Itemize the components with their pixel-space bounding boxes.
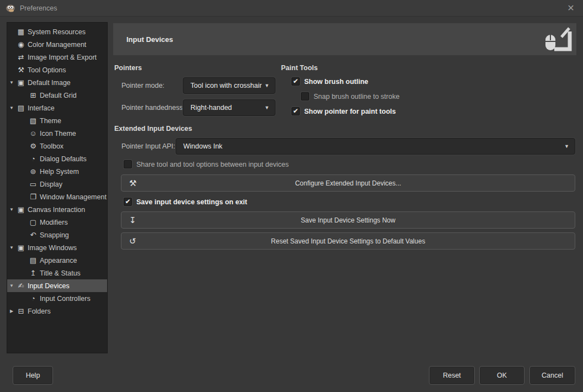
window-title: Preferences — [20, 4, 57, 12]
sidebar-item-image-import-export[interactable]: ⇄ Image Import & Export — [7, 51, 107, 63]
preferences-dialog: Preferences ✕ ▦ System Resources ◉ Color… — [0, 0, 583, 392]
pointer-input-api-select[interactable]: Windows Ink ▼ — [176, 138, 575, 155]
sidebar-item-default-image[interactable]: ▼ ▣ Default Image — [7, 76, 107, 89]
reset-saved-settings-button[interactable]: ↺ Reset Saved Input Device Settings to D… — [121, 232, 575, 250]
pointer-input-api-label: Pointer Input API: — [121, 142, 175, 150]
save-settings-on-exit-checkbox[interactable]: ✔ Save input device settings on exit — [124, 198, 247, 206]
sidebar-item-color-management[interactable]: ◉ Color Management — [7, 38, 107, 51]
sidebar-item-icon-theme[interactable]: ☺ Icon Theme — [7, 127, 107, 140]
input-devices-icon — [543, 26, 572, 52]
sidebar-item-input-controllers[interactable]: ◔ Input Controllers — [7, 292, 107, 305]
reset-icon: ↺ — [129, 236, 136, 246]
expander-icon[interactable]: ▼ — [7, 245, 16, 250]
reset-button[interactable]: Reset — [429, 366, 475, 385]
import-export-icon: ⇄ — [16, 53, 26, 61]
icon-theme-icon: ☺ — [28, 129, 38, 137]
sidebar-item-image-windows[interactable]: ▼ ▣ Image Windows — [7, 241, 107, 254]
pointers-section-title: Pointers — [114, 64, 142, 72]
interface-icon: ▤ — [16, 104, 26, 112]
page-title: Input Devices — [126, 35, 173, 44]
chevron-down-icon: ▼ — [264, 83, 269, 88]
sidebar-item-toolbox[interactable]: ⚙ Toolbox — [7, 140, 107, 152]
chevron-down-icon: ▼ — [564, 144, 569, 149]
sidebar-item-tool-options[interactable]: ⚒ Tool Options — [7, 63, 107, 76]
close-icon[interactable]: ✕ — [559, 0, 583, 17]
cancel-button[interactable]: Cancel — [529, 366, 575, 385]
preferences-tree: ▦ System Resources ◉ Color Management ⇄ … — [7, 22, 108, 353]
folders-icon: ⊟ — [16, 307, 26, 315]
page-header: Input Devices — [113, 23, 576, 55]
theme-icon: ▧ — [28, 116, 38, 125]
image-windows-icon: ▣ — [16, 243, 26, 252]
configure-tools-icon: ⚒ — [129, 178, 136, 188]
help-button[interactable]: Help — [13, 366, 53, 385]
expander-icon[interactable]: ▼ — [7, 283, 16, 288]
gimp-wilber-icon — [6, 4, 15, 13]
checkbox-box: ✔ — [124, 160, 132, 168]
appearance-icon: ▤ — [28, 256, 38, 264]
expander-icon[interactable]: ▼ — [7, 105, 16, 110]
checkbox-box: ✔ — [301, 92, 309, 100]
paint-tools-section-title: Paint Tools — [281, 64, 317, 72]
snap-brush-outline-checkbox[interactable]: ✔ Snap brush outline to stroke — [301, 92, 400, 100]
title-status-icon: ↥ — [28, 269, 38, 277]
modifiers-icon: ▢ — [28, 218, 38, 226]
sidebar-item-appearance[interactable]: ▤ Appearance — [7, 254, 107, 267]
sidebar-item-default-grid[interactable]: ⊞ Default Grid — [7, 89, 107, 102]
pointer-handedness-select[interactable]: Right-handed ▼ — [183, 99, 275, 116]
canvas-interaction-icon: ▣ — [16, 205, 26, 214]
toolbox-icon: ⚙ — [28, 142, 38, 150]
sidebar-item-snapping[interactable]: ↶ Snapping — [7, 229, 107, 241]
check-icon: ✔ — [125, 198, 130, 206]
grid-icon: ⊞ — [28, 91, 38, 99]
expander-icon[interactable]: ▼ — [7, 80, 16, 85]
window-management-icon: ❐ — [28, 193, 38, 201]
sidebar-item-window-management[interactable]: ❐ Window Management — [7, 190, 107, 203]
show-pointer-paint-tools-checkbox[interactable]: ✔ Show pointer for paint tools — [292, 107, 396, 115]
input-devices-page: Pointers Pointer mode: Tool icon with cr… — [113, 55, 576, 309]
default-image-icon: ▣ — [16, 78, 26, 87]
dialog-defaults-icon: ◔ — [28, 155, 38, 163]
sidebar-item-display[interactable]: ▭ Display — [7, 178, 107, 190]
input-controllers-icon: ◔ — [28, 294, 38, 303]
sidebar-item-interface[interactable]: ▼ ▤ Interface — [7, 102, 107, 114]
pointer-mode-select[interactable]: Tool icon with crosshair ▼ — [183, 77, 275, 94]
checkbox-box: ✔ — [124, 198, 132, 206]
pointer-handedness-label: Pointer handedness: — [121, 104, 185, 112]
expander-icon[interactable]: ▶ — [7, 309, 16, 314]
sidebar-item-input-devices[interactable]: ▼ ✍ Input Devices — [7, 279, 107, 292]
color-management-icon: ◉ — [16, 40, 26, 49]
checkbox-box: ✔ — [292, 77, 300, 86]
sidebar-item-modifiers[interactable]: ▢ Modifiers — [7, 216, 107, 229]
expander-icon[interactable]: ▼ — [7, 207, 16, 212]
titlebar: Preferences ✕ — [0, 0, 583, 17]
extended-section-title: Extended Input Devices — [114, 125, 192, 133]
configure-extended-input-devices-button[interactable]: ⚒ Configure Extended Input Devices... — [121, 174, 575, 192]
pointer-mode-label: Pointer mode: — [121, 82, 165, 89]
input-devices-icon: ✍ — [16, 282, 26, 290]
sidebar-item-folders[interactable]: ▶ ⊟ Folders — [7, 305, 107, 317]
display-icon: ▭ — [28, 180, 38, 188]
sidebar-item-canvas-interaction[interactable]: ▼ ▣ Canvas Interaction — [7, 203, 107, 216]
check-icon: ✔ — [293, 77, 298, 86]
sidebar-item-help-system[interactable]: ⊚ Help System — [7, 165, 107, 178]
chevron-down-icon: ▼ — [264, 105, 269, 110]
sidebar-item-system-resources[interactable]: ▦ System Resources — [7, 25, 107, 38]
snapping-icon: ↶ — [28, 231, 38, 239]
share-tool-options-checkbox[interactable]: ✔ Share tool and tool options between in… — [124, 160, 289, 168]
check-icon: ✔ — [293, 107, 298, 115]
ok-button[interactable]: OK — [479, 366, 524, 385]
help-system-icon: ⊚ — [28, 167, 38, 176]
save-icon: ↧ — [129, 215, 136, 225]
save-input-device-settings-now-button[interactable]: ↧ Save Input Device Settings Now — [121, 211, 575, 229]
system-resources-icon: ▦ — [16, 28, 26, 36]
checkbox-box: ✔ — [292, 107, 300, 115]
sidebar-item-dialog-defaults[interactable]: ◔ Dialog Defaults — [7, 152, 107, 165]
show-brush-outline-checkbox[interactable]: ✔ Show brush outline — [292, 77, 368, 86]
tool-options-icon: ⚒ — [16, 66, 26, 74]
sidebar-item-theme[interactable]: ▧ Theme — [7, 114, 107, 127]
sidebar-item-title-status[interactable]: ↥ Title & Status — [7, 267, 107, 279]
